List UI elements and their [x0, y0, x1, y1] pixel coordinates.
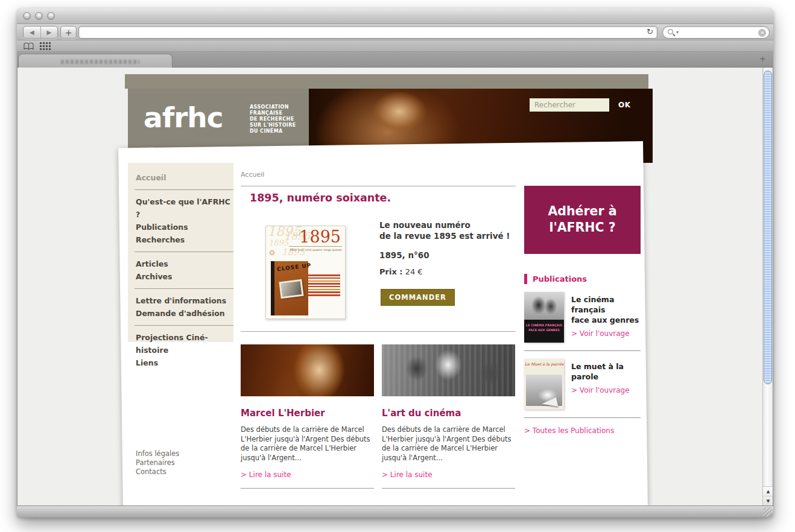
- view-book-link[interactable]: > Voir l'ouvrage: [571, 386, 630, 394]
- publication-cover-photo: [526, 375, 562, 406]
- tab-bar-plus-icon[interactable]: +: [759, 54, 766, 63]
- all-publications-link[interactable]: > Toutes les Publications: [524, 426, 614, 435]
- sidebar-divider: [135, 189, 233, 190]
- window-titlebar[interactable]: [17, 8, 773, 24]
- plus-icon: +: [65, 28, 72, 37]
- news-title-line2: de la revue 1895 est arrivé !: [379, 231, 510, 241]
- back-icon: ◀: [30, 29, 34, 36]
- breadcrumb-divider: [241, 186, 516, 186]
- publication-cover-cinema-francais[interactable]: LE CINÉMA FRANÇAIS FACE AUX GENRES: [524, 292, 564, 343]
- scrollbar-thumb[interactable]: [764, 71, 772, 384]
- browser-toolbar: ◀ ▶ + ↻ ▾ ✕: [17, 24, 773, 40]
- bookmarks-book-icon[interactable]: [24, 42, 34, 50]
- article-excerpt: Des débuts de la carrière de Marcel L'He…: [382, 425, 515, 463]
- publications-accent-bar: [524, 274, 527, 284]
- address-bar[interactable]: ↻: [78, 26, 657, 39]
- article-image-art-du-cinema[interactable]: [382, 344, 515, 396]
- cover-subtitle: Mille huit cent quatre vingt quinze: [290, 248, 342, 252]
- reload-icon[interactable]: ↻: [647, 27, 653, 36]
- close-window-button[interactable]: [23, 12, 31, 20]
- publications-heading: Publications: [524, 274, 641, 284]
- sidebar-item-quest-ce-que-afrhc[interactable]: Qu'est-ce que l'AFRHC ?: [128, 195, 233, 221]
- sidebar-item-demande-adhesion[interactable]: Demande d'adhésion: [128, 307, 233, 320]
- chevron-down-icon[interactable]: ▾: [676, 30, 679, 35]
- sidebar-divider: [135, 252, 233, 252]
- order-button[interactable]: COMMANDER: [381, 289, 455, 306]
- browser-window: ◀ ▶ + ↻ ▾ ✕ +: [17, 8, 773, 518]
- news-issue-number: 1895, n°60: [379, 250, 429, 260]
- nav-buttons: ◀ ▶: [23, 26, 58, 39]
- sidebar-divider: [135, 288, 233, 289]
- footer-link-contacts[interactable]: Contacts: [136, 467, 179, 477]
- browser-search-field[interactable]: ▾ ✕: [662, 26, 770, 39]
- sidebar-item-publications[interactable]: Publications: [128, 221, 233, 233]
- article-image-marcel-lherbier[interactable]: [241, 344, 374, 396]
- footer-links: Infos légales Partenaires Contacts: [136, 449, 179, 477]
- footer-link-infos-legales[interactable]: Infos légales: [136, 449, 179, 458]
- publication-cover-muet-a-la-parole[interactable]: Le Muet à la parole: [524, 359, 564, 410]
- cover-poster-photo: [279, 279, 303, 299]
- new-tab-button[interactable]: +: [60, 26, 77, 39]
- sidebar-item-lettre-informations[interactable]: Lettre d'informations: [128, 294, 233, 307]
- article-teaser-art-du-cinema: L'art du cinéma Des débuts de la carrièr…: [382, 344, 515, 489]
- publication-item: Le Muet à la parole Le muet à la parole …: [524, 359, 641, 410]
- section-divider: [241, 331, 516, 332]
- top-sites-grid-icon[interactable]: [40, 42, 51, 50]
- publication-cover-photo: [524, 292, 564, 320]
- zoom-window-button[interactable]: [47, 12, 55, 20]
- search-icon: [668, 29, 673, 34]
- aside-divider: [524, 417, 641, 418]
- forward-button[interactable]: ▶: [41, 27, 58, 38]
- sidebar-item-recherches[interactable]: Recherches: [128, 233, 233, 246]
- aside-divider: [524, 350, 641, 351]
- adhere-banner[interactable]: Adhérer à l'AFRHC ?: [524, 186, 641, 254]
- article-title[interactable]: L'art du cinéma: [382, 408, 515, 419]
- read-more-link[interactable]: > Lire la suite: [382, 470, 432, 479]
- tab-bar: +: [17, 52, 773, 68]
- afrhc-homepage: OK afrhc ASSOCIATION FRANÇAISE DE RECHER…: [17, 68, 764, 505]
- article-teaser-marcel-lherbier: Marcel L'Herbier Des débuts de la carriè…: [241, 344, 374, 489]
- right-column: Adhérer à l'AFRHC ? Publications LE CINÉ…: [524, 186, 641, 435]
- article-title[interactable]: Marcel L'Herbier: [241, 408, 374, 419]
- publication-title[interactable]: Le muet à la parole: [571, 361, 641, 382]
- cover-title: 1895: [299, 227, 341, 246]
- footer-link-partenaires[interactable]: Partenaires: [136, 458, 179, 467]
- cover-closeup-poster: CLOSE UP: [271, 261, 308, 315]
- breadcrumb[interactable]: Accueil: [241, 171, 264, 179]
- sidebar-item-projections-cine-histoire[interactable]: Projections Ciné-histoire: [128, 331, 233, 356]
- sidebar-item-archives[interactable]: Archives: [128, 270, 233, 283]
- megaphone-shape: [541, 397, 559, 410]
- sidebar-nav: Accueil Qu'est-ce que l'AFRHC ? Publicat…: [128, 163, 233, 342]
- scroll-down-arrow[interactable]: ▼: [763, 496, 773, 505]
- forward-icon: ▶: [46, 29, 51, 36]
- cover-seal: [270, 250, 274, 255]
- minimize-window-button[interactable]: [35, 12, 43, 20]
- publication-item: LE CINÉMA FRANÇAIS FACE AUX GENRES Le ci…: [524, 292, 641, 343]
- revue-1895-cover-image[interactable]: 1895 1895 1895 1895 1895 Mille huit cent…: [265, 226, 346, 319]
- browser-search-input[interactable]: [682, 28, 755, 37]
- teaser-divider: [382, 488, 515, 489]
- sidebar-divider: [135, 325, 233, 326]
- address-input[interactable]: [83, 28, 638, 37]
- sidebar-item-accueil[interactable]: Accueil: [128, 171, 233, 184]
- publication-title[interactable]: Le cinéma français face aux genres: [571, 294, 641, 325]
- resize-grip[interactable]: [763, 507, 772, 516]
- news-title-line1: Le nouveau numéro: [379, 220, 470, 230]
- tab-title-blurred: [61, 60, 139, 64]
- active-tab[interactable]: [18, 54, 173, 68]
- back-button[interactable]: ◀: [24, 27, 41, 38]
- read-more-link[interactable]: > Lire la suite: [241, 470, 291, 479]
- news-price: Prix : 24 €: [379, 267, 423, 276]
- sidebar-item-liens[interactable]: Liens: [128, 356, 233, 369]
- scroll-up-arrow[interactable]: ▲: [763, 487, 773, 496]
- bookmarks-bar: [17, 40, 773, 52]
- view-book-link[interactable]: > Voir l'ouvrage: [571, 329, 630, 338]
- article-excerpt: Des débuts de la carrière de Marcel L'He…: [241, 425, 374, 463]
- page-title: 1895, numéro soixante.: [250, 192, 391, 204]
- clear-search-icon[interactable]: ✕: [758, 29, 766, 37]
- browser-viewport: OK afrhc ASSOCIATION FRANÇAISE DE RECHER…: [17, 68, 773, 505]
- teaser-divider: [241, 488, 374, 489]
- status-bar: [17, 505, 773, 518]
- vertical-scrollbar[interactable]: ▲ ▼: [762, 68, 773, 505]
- sidebar-item-articles[interactable]: Articles: [128, 258, 233, 270]
